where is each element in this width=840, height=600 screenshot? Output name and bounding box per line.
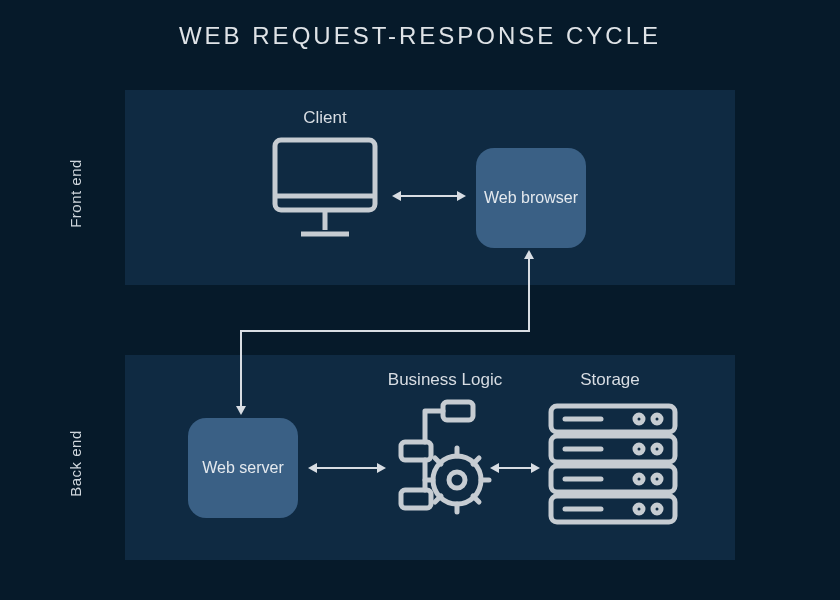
- arrowhead-icon: [524, 250, 534, 259]
- client-node-label: Client: [275, 108, 375, 128]
- svg-point-29: [635, 475, 643, 483]
- web-server-node: Web server: [188, 418, 298, 518]
- svg-point-5: [449, 472, 465, 488]
- backend-section-label: Back end: [67, 414, 84, 514]
- svg-point-28: [653, 445, 661, 453]
- svg-point-32: [653, 505, 661, 513]
- web-browser-node-label: Web browser: [484, 188, 578, 209]
- server-rack-icon: [543, 400, 683, 530]
- arrow-business-logic-storage: [498, 467, 532, 469]
- arrowhead-icon: [236, 406, 246, 415]
- svg-rect-15: [401, 442, 431, 460]
- frontend-section-label: Front end: [67, 144, 84, 244]
- web-browser-node: Web browser: [476, 148, 586, 248]
- arrow-browser-server: [240, 330, 242, 410]
- arrow-server-business-logic: [316, 467, 378, 469]
- workflow-gear-icon: [395, 398, 495, 518]
- svg-rect-0: [275, 140, 375, 210]
- business-logic-node-label: Business Logic: [370, 370, 520, 390]
- svg-line-11: [473, 496, 479, 502]
- frontend-panel: [125, 90, 735, 285]
- svg-line-10: [435, 458, 441, 464]
- svg-point-27: [635, 445, 643, 453]
- svg-rect-16: [401, 490, 431, 508]
- svg-point-30: [653, 475, 661, 483]
- svg-rect-14: [443, 402, 473, 420]
- web-server-node-label: Web server: [202, 458, 284, 479]
- arrow-client-browser: [400, 195, 458, 197]
- diagram-title: WEB REQUEST-RESPONSE CYCLE: [0, 22, 840, 50]
- svg-point-25: [635, 415, 643, 423]
- svg-line-12: [435, 496, 441, 502]
- svg-point-31: [635, 505, 643, 513]
- svg-line-13: [473, 458, 479, 464]
- monitor-icon: [265, 134, 385, 249]
- storage-node-label: Storage: [560, 370, 660, 390]
- arrow-browser-server: [528, 252, 530, 332]
- arrow-browser-server: [240, 330, 530, 332]
- svg-point-26: [653, 415, 661, 423]
